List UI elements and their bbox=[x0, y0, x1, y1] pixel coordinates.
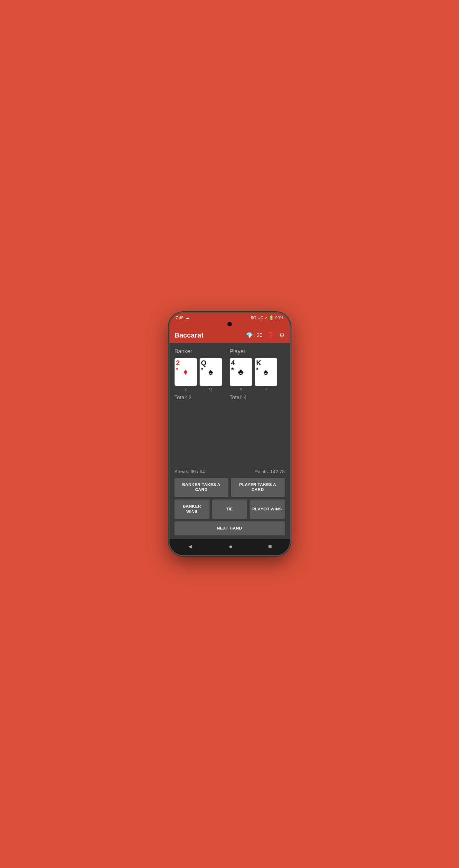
player-card-2-wrapper: K ♠ ♠ K bbox=[255, 358, 277, 392]
stats-row: Streak: 36 / 54 Points: 142.75 bbox=[174, 469, 285, 474]
banker-card-2-center: ♠ bbox=[208, 367, 213, 377]
player-card-2-label: K bbox=[264, 387, 267, 392]
points-stat: Points: 142.75 bbox=[255, 469, 285, 474]
action-buttons: BANKER TAKES A CARD PLAYER TAKES A CARD … bbox=[174, 478, 285, 535]
spacer bbox=[174, 401, 285, 469]
phone-frame: 7:45 ☁ 5G UC ↗ 🔋 90% Baccarat 💎 : 20 ❓ ⚙ bbox=[169, 312, 291, 556]
gear-icon: ⚙ bbox=[279, 332, 285, 339]
gem-count: 20 bbox=[257, 333, 263, 338]
streak-stat: Streak: 36 / 54 bbox=[174, 469, 205, 474]
banker-card-1-wrapper: 2 ♦ ♦ 2 bbox=[174, 358, 197, 392]
banker-card-2-label: Q bbox=[209, 387, 212, 392]
player-card-2-center: ♠ bbox=[263, 367, 268, 377]
banker-label: Banker bbox=[174, 348, 230, 355]
player-card-2: K ♠ ♠ bbox=[255, 358, 277, 386]
settings-button[interactable]: ⚙ bbox=[279, 332, 285, 339]
banker-wins-button[interactable]: BANKER WINS bbox=[174, 499, 210, 519]
next-hand-button[interactable]: NEXT HAND bbox=[174, 521, 285, 535]
app-title: Baccarat bbox=[174, 331, 204, 339]
takes-card-row: BANKER TAKES A CARD PLAYER TAKES A CARD bbox=[174, 478, 285, 497]
banker-total: Total: 2 bbox=[174, 395, 230, 401]
player-card-1-value: 4 bbox=[231, 360, 251, 366]
player-card-1: 4 ♣ ♣ bbox=[230, 358, 252, 386]
game-area: Banker 2 ♦ ♦ 2 Q bbox=[170, 343, 290, 539]
gem-score: 💎 : 20 bbox=[246, 332, 262, 339]
cloud-status-icon: ☁ bbox=[185, 315, 190, 320]
banker-card-2: Q ♠ ♠ bbox=[200, 358, 222, 386]
wins-row: BANKER WINS TIE PLAYER WINS bbox=[174, 499, 285, 519]
banker-card-1-label: 2 bbox=[184, 387, 187, 392]
notch bbox=[170, 322, 290, 328]
app-bar: Baccarat 💎 : 20 ❓ ⚙ bbox=[170, 328, 290, 343]
back-nav-button[interactable]: ◄ bbox=[187, 543, 193, 550]
gem-separator: : bbox=[254, 333, 255, 338]
nav-bar: ◄ ● ■ bbox=[170, 539, 290, 555]
banker-cards: 2 ♦ ♦ 2 Q ♠ ♠ Q bbox=[174, 358, 230, 392]
player-card-1-wrapper: 4 ♣ ♣ 4 bbox=[230, 358, 252, 392]
player-cards: 4 ♣ ♣ 4 K ♠ ♠ K bbox=[230, 358, 285, 392]
banker-takes-card-button[interactable]: BANKER TAKES A CARD bbox=[174, 478, 228, 497]
player-total: Total: 4 bbox=[230, 395, 285, 401]
banker-card-1-center: ♦ bbox=[183, 367, 188, 377]
tie-button[interactable]: TIE bbox=[212, 499, 247, 519]
recent-nav-button[interactable]: ■ bbox=[268, 543, 272, 550]
help-button[interactable]: ❓ bbox=[267, 332, 275, 339]
status-time: 7:45 bbox=[176, 315, 183, 320]
banker-card-1: 2 ♦ ♦ bbox=[174, 358, 197, 386]
gem-icon: 💎 bbox=[246, 332, 253, 339]
battery-icon: 🔋 bbox=[269, 315, 274, 320]
camera bbox=[227, 322, 232, 326]
banker-card-2-wrapper: Q ♠ ♠ Q bbox=[200, 358, 222, 392]
player-wins-button[interactable]: PLAYER WINS bbox=[250, 499, 285, 519]
network-label: 5G UC bbox=[251, 315, 263, 320]
player-label: Player bbox=[230, 348, 285, 355]
banker-section: Banker 2 ♦ ♦ 2 Q bbox=[174, 348, 230, 401]
player-section: Player 4 ♣ ♣ 4 K bbox=[230, 348, 285, 401]
status-bar: 7:45 ☁ 5G UC ↗ 🔋 90% bbox=[170, 313, 290, 322]
app-bar-actions: 💎 : 20 ❓ ⚙ bbox=[246, 332, 285, 339]
player-card-1-center: ♣ bbox=[238, 367, 243, 377]
hands-row: Banker 2 ♦ ♦ 2 Q bbox=[174, 348, 285, 401]
help-icon: ❓ bbox=[267, 332, 275, 339]
battery-label: 90% bbox=[275, 315, 283, 320]
signal-icon: ↗ bbox=[264, 316, 267, 320]
banker-card-1-value: 2 bbox=[176, 360, 196, 366]
banker-card-2-value: Q bbox=[201, 360, 221, 366]
home-nav-button[interactable]: ● bbox=[229, 543, 232, 550]
player-card-2-value: K bbox=[256, 360, 276, 366]
player-card-1-label: 4 bbox=[240, 387, 242, 392]
player-takes-card-button[interactable]: PLAYER TAKES A CARD bbox=[231, 478, 285, 497]
